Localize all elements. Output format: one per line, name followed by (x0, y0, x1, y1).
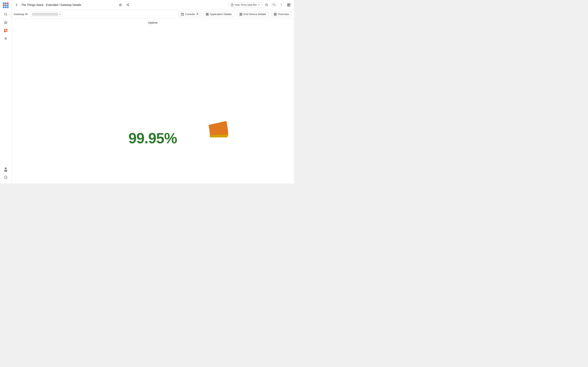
svg-rect-14 (4, 31, 6, 32)
sidebar-toggle[interactable]: › (9, 12, 13, 16)
svg-point-17 (6, 39, 6, 39)
svg-rect-7 (5, 7, 7, 8)
gateway-id-label: Gateway ID (14, 13, 28, 16)
svg-rect-37 (289, 5, 290, 6)
svg-rect-45 (208, 15, 208, 16)
time-range-selector[interactable]: now-7d to now-5m (228, 2, 262, 7)
svg-rect-4 (5, 4, 7, 6)
svg-point-24 (128, 5, 129, 6)
gateway-id-dropdown[interactable] (30, 12, 63, 17)
svg-rect-0 (3, 2, 4, 4)
svg-marker-29 (258, 4, 259, 5)
svg-marker-22 (119, 4, 122, 6)
chart-area: Uptime 99.95% (11, 19, 294, 184)
sidebar-item-search[interactable] (2, 11, 9, 18)
svg-rect-8 (7, 7, 9, 8)
app-logo[interactable] (2, 2, 9, 9)
svg-rect-49 (241, 15, 242, 16)
sidebar-item-alerts[interactable] (2, 35, 9, 42)
svg-rect-48 (240, 15, 241, 16)
sidebar: ? (0, 0, 11, 184)
sidebar-item-user[interactable] (2, 166, 9, 173)
sidebar-item-starred[interactable] (2, 19, 9, 26)
console-button[interactable]: Console (178, 11, 201, 17)
svg-rect-46 (240, 13, 241, 14)
svg-marker-33 (281, 4, 282, 5)
svg-rect-36 (287, 5, 288, 6)
gateway-dropdown-value (32, 13, 58, 16)
refresh-dropdown-button[interactable] (278, 2, 284, 8)
svg-rect-5 (7, 4, 9, 6)
svg-point-18 (5, 167, 7, 169)
svg-rect-53 (276, 15, 277, 16)
svg-rect-13 (6, 29, 7, 30)
svg-rect-3 (3, 4, 4, 6)
svg-rect-1 (5, 2, 7, 4)
svg-rect-42 (206, 13, 207, 14)
console-label: Console (185, 13, 195, 16)
sidebar-item-dashboards[interactable] (2, 27, 9, 34)
gauge-chart (61, 24, 245, 175)
overview-button[interactable]: Overview (271, 11, 292, 17)
star-button[interactable] (118, 2, 123, 8)
svg-marker-38 (60, 14, 61, 15)
layout-button[interactable] (286, 2, 292, 8)
end-device-details-button[interactable]: End Device Details (237, 11, 269, 17)
svg-rect-15 (6, 31, 7, 32)
svg-line-10 (6, 15, 7, 16)
svg-line-26 (127, 4, 128, 4)
refresh-button[interactable] (271, 2, 277, 8)
svg-rect-34 (287, 3, 288, 5)
application-details-button[interactable]: Application Details (203, 11, 234, 17)
svg-rect-35 (289, 3, 290, 5)
svg-rect-51 (276, 13, 277, 14)
svg-marker-11 (4, 21, 7, 24)
topbar: The Things Stack - Extended / Gateway De… (11, 0, 294, 10)
zoom-out-button[interactable] (264, 2, 269, 8)
svg-line-41 (197, 13, 198, 15)
svg-point-23 (128, 3, 129, 4)
application-details-label: Application Details (210, 13, 232, 16)
svg-rect-2 (7, 2, 9, 4)
svg-point-9 (4, 13, 7, 15)
svg-rect-47 (241, 13, 242, 14)
breadcrumb: The Things Stack - Extended / Gateway De… (21, 3, 116, 7)
svg-rect-50 (274, 13, 275, 14)
time-range-text: now-7d to now-5m (235, 3, 257, 6)
svg-text:?: ? (5, 176, 6, 179)
svg-rect-6 (3, 7, 4, 8)
svg-rect-44 (206, 15, 207, 16)
svg-rect-52 (274, 15, 275, 16)
svg-point-19 (4, 170, 7, 172)
gauge-value: 99.95% (129, 130, 177, 147)
sidebar-item-help[interactable]: ? (2, 174, 9, 181)
svg-rect-12 (4, 29, 5, 30)
toolbar: Gateway ID Console (11, 10, 294, 19)
share-button[interactable] (125, 2, 131, 8)
back-button[interactable] (14, 2, 20, 8)
overview-label: Overview (278, 13, 289, 16)
main-content: The Things Stack - Extended / Gateway De… (11, 0, 294, 184)
svg-line-27 (127, 5, 128, 6)
svg-point-25 (127, 4, 127, 5)
svg-rect-43 (208, 13, 208, 14)
svg-line-31 (267, 6, 268, 6)
gauge-container: 99.95% (61, 24, 245, 175)
end-device-details-label: End Device Details (243, 13, 266, 16)
chart-title: Uptime (148, 21, 158, 24)
